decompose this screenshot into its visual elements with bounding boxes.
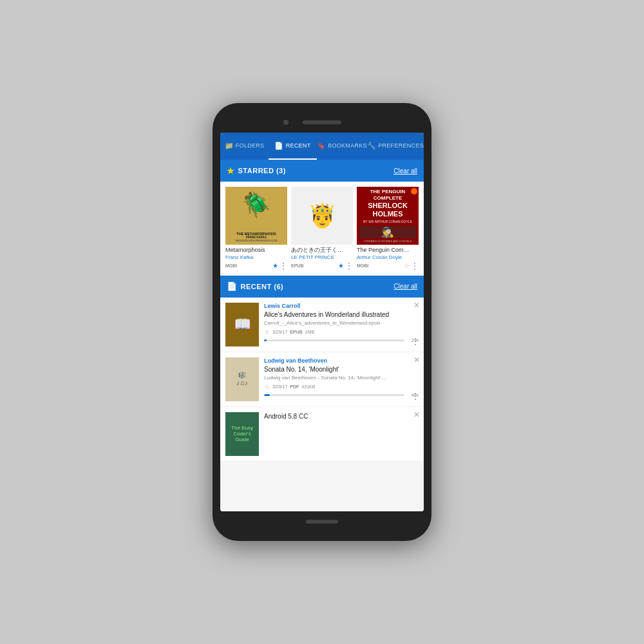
- starred-section-header: ★ STARRED (3) Clear all: [220, 160, 424, 182]
- recent-clear-all[interactable]: Clear all: [393, 283, 417, 290]
- recent-author-beethoven: Ludwig van Beethoven: [264, 357, 419, 364]
- more-btn-beethoven[interactable]: ⋮: [411, 391, 420, 401]
- phone-camera: [283, 120, 289, 125]
- recent-item-android[interactable]: The Busy Coder's Guide Android 5.8 CC ✕: [220, 407, 424, 462]
- progress-bar-alice: [264, 339, 404, 341]
- tab-bar: 📁 FOLDERS 📄 RECENT 🔖 BOOKMARKS 🔧 PREFERE…: [220, 133, 424, 160]
- progress-fill-alice: [264, 339, 267, 341]
- tab-preferences-label: PREFERENCES: [378, 142, 424, 149]
- recent-title: 📄 RECENT (6): [227, 281, 283, 291]
- book-cover-metamorphosis: 🪲 THE METAMORPHOSIS FRANZ KAFKA PRODUCED…: [225, 187, 287, 245]
- recent-author-alice: Lewis Carroll: [264, 303, 419, 309]
- book-meta-metamorphosis: MOBI ★ ⋮: [225, 261, 287, 270]
- recent-item-beethoven[interactable]: 🎼♪♫♪ Ludwig van Beethoven Sonata No. 14,…: [220, 352, 424, 407]
- progress-row-alice: 2%: [264, 337, 419, 343]
- folders-icon: 📁: [225, 142, 234, 150]
- progress-row-beethoven: 4%: [264, 392, 419, 398]
- recent-info-beethoven: Ludwig van Beethoven Sonata No. 14, 'Moo…: [264, 357, 419, 398]
- more-icon-sherlock[interactable]: ⋮: [411, 261, 419, 270]
- phone-speaker: [303, 120, 341, 124]
- star-icon-sherlock[interactable]: ☆: [404, 262, 410, 269]
- more-btn-alice[interactable]: ⋮: [411, 336, 420, 346]
- book-cover-prince: 🤴: [291, 187, 353, 245]
- progress-bar-beethoven: [264, 394, 404, 396]
- tab-recent-label: RECENT: [286, 142, 311, 149]
- tab-folders-label: FOLDERS: [236, 142, 265, 149]
- book-meta-prince: EPUB ★ ⋮: [291, 261, 353, 270]
- recent-section-header: 📄 RECENT (6) Clear all: [220, 276, 424, 298]
- tab-bookmarks[interactable]: 🔖 BOOKMARKS: [317, 133, 367, 160]
- more-icon-metamorphosis[interactable]: ⋮: [279, 261, 287, 270]
- book-author-prince: LE PETIT PRINCE: [291, 254, 353, 260]
- book-card-metamorphosis[interactable]: 🪲 THE METAMORPHOSIS FRANZ KAFKA PRODUCED…: [225, 187, 287, 270]
- phone-top-bar: [220, 115, 424, 130]
- starred-grid: 🪲 THE METAMORPHOSIS FRANZ KAFKA PRODUCED…: [220, 182, 424, 273]
- book-cover-sherlock: THE PENGUIN COMPLETESHERLOCKHOLMESBY SIR…: [357, 187, 419, 245]
- starred-star-icon: ★: [227, 166, 235, 176]
- recent-section-icon: 📄: [227, 281, 238, 291]
- phone-bottom-bar: [220, 514, 424, 529]
- book-title-prince: あのときの王子く…: [291, 247, 353, 254]
- recent-info-alice: Lewis Carroll Alice's Adventures in Wond…: [264, 303, 419, 343]
- star-beethoven[interactable]: ☆: [264, 383, 270, 390]
- starred-title: ★ STARRED (3): [227, 166, 286, 176]
- phone-frame: 📁 FOLDERS 📄 RECENT 🔖 BOOKMARKS 🔧 PREFERE…: [213, 103, 431, 541]
- recent-item-alice[interactable]: 📖 Lewis Carroll Alice's Adventures in Wo…: [220, 298, 424, 352]
- book-card-sherlock[interactable]: THE PENGUIN COMPLETESHERLOCKHOLMESBY SIR…: [357, 187, 419, 270]
- bookmarks-icon: 🔖: [317, 142, 326, 150]
- close-btn-beethoven[interactable]: ✕: [413, 356, 420, 364]
- star-alice[interactable]: ☆: [264, 328, 270, 336]
- recent-filename-alice: Carroll_-_Alice's_adventures_in_Wonderla…: [264, 320, 419, 326]
- recent-list: 📖 Lewis Carroll Alice's Adventures in Wo…: [220, 298, 424, 462]
- scroll-area[interactable]: ★ STARRED (3) Clear all 🪲 THE METAMORPHO…: [220, 160, 424, 511]
- book-author-sherlock: Arthur Conan Doyle: [357, 254, 419, 260]
- recent-title-beethoven: Sonata No. 14, 'Moonlight': [264, 365, 419, 374]
- preferences-icon: 🔧: [367, 142, 376, 150]
- recent-filename-beethoven: Ludwig van Beethoven - Sonata No. 14, 'M…: [264, 375, 419, 381]
- more-icon-prince[interactable]: ⋮: [345, 261, 353, 270]
- progress-fill-beethoven: [264, 394, 270, 396]
- recent-meta-alice: ☆ 3/29/17 EPUB 2MB: [264, 328, 419, 336]
- thumbnail-alice: 📖: [225, 303, 259, 346]
- recent-meta-beethoven: ☆ 3/29/17 PDF 431KB: [264, 383, 419, 390]
- thumbnail-beethoven: 🎼♪♫♪: [225, 357, 259, 401]
- close-btn-alice[interactable]: ✕: [413, 301, 420, 309]
- phone-screen: 📁 FOLDERS 📄 RECENT 🔖 BOOKMARKS 🔧 PREFERE…: [220, 133, 424, 511]
- star-icon-prince[interactable]: ★: [338, 262, 344, 269]
- recent-icon: 📄: [274, 142, 283, 150]
- tab-recent[interactable]: 📄 RECENT: [269, 133, 317, 160]
- recent-info-android: Android 5.8 CC: [264, 412, 419, 422]
- recent-title-android: Android 5.8 CC: [264, 412, 419, 421]
- book-title-sherlock: The Penguin Com…: [357, 247, 419, 254]
- book-card-prince[interactable]: 🤴 あのときの王子く… LE PETIT PRINCE EPUB ★ ⋮: [291, 187, 353, 270]
- phone-home-button[interactable]: [306, 520, 338, 524]
- book-title-metamorphosis: Metamorphosis: [225, 247, 287, 254]
- star-icon-metamorphosis[interactable]: ★: [272, 262, 278, 269]
- tab-preferences[interactable]: 🔧 PREFERENCES: [367, 133, 424, 160]
- close-btn-android[interactable]: ✕: [413, 411, 420, 419]
- tab-folders[interactable]: 📁 FOLDERS: [220, 133, 269, 160]
- book-meta-sherlock: MOBI ☆ ⋮: [357, 261, 419, 270]
- recent-title-alice: Alice's Adventures in Wonderland illustr…: [264, 310, 419, 319]
- book-author-metamorphosis: Franz Kafka: [225, 254, 287, 260]
- thumbnail-android: The Busy Coder's Guide: [225, 412, 259, 456]
- tab-bookmarks-label: BOOKMARKS: [328, 142, 367, 149]
- starred-clear-all[interactable]: Clear all: [393, 167, 417, 175]
